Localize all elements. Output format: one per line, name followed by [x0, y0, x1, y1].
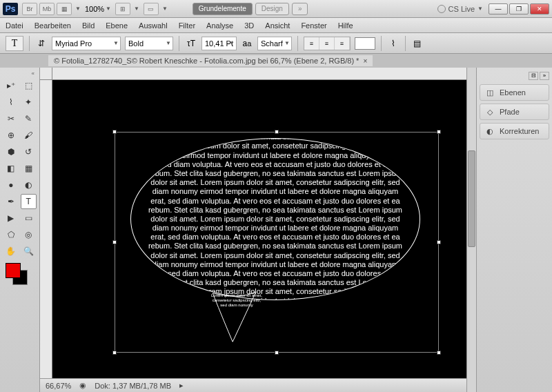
dodge-tool[interactable]: ◐ — [21, 177, 37, 193]
status-arrow-icon[interactable]: ▸ — [179, 381, 184, 390]
panel-ebenen[interactable]: ◫Ebenen — [480, 84, 549, 101]
current-tool-indicator[interactable]: T — [6, 36, 23, 51]
healing-tool[interactable]: ⊕ — [3, 128, 19, 143]
minimize-button[interactable]: — — [489, 3, 508, 14]
ruler-vertical[interactable] — [40, 80, 52, 378]
panel-pfade[interactable]: ◇Pfade — [480, 104, 549, 120]
handle-sw[interactable] — [112, 351, 117, 355]
crop-tool[interactable]: ✂ — [3, 111, 19, 126]
layers-icon: ◫ — [484, 88, 495, 97]
view-extras-dropdown[interactable]: ▦▼ — [57, 3, 81, 15]
zoom-level-dropdown[interactable]: 100%▼ — [85, 5, 111, 13]
workspace-grundelemente[interactable]: Grundelemente — [193, 3, 253, 15]
ruler-horizontal[interactable] — [40, 68, 476, 80]
move-tool[interactable]: ▸⁺ — [3, 78, 19, 93]
cslive-button[interactable]: CS Live▼ — [437, 5, 483, 13]
panel-expand-icon[interactable]: » — [540, 72, 549, 80]
hand-tool[interactable]: ✋ — [3, 244, 19, 259]
menu-fenster[interactable]: Fenster — [301, 21, 326, 30]
screenmode-dropdown[interactable]: ▭▼ — [144, 3, 168, 15]
zoom-tool[interactable]: 🔍 — [21, 244, 37, 259]
zoom-level-label: 100% — [85, 5, 104, 13]
workspace-design[interactable]: Design — [255, 3, 289, 15]
minibridge-button[interactable]: Mb — [39, 3, 55, 15]
antialias-dropdown[interactable]: Scharf▼ — [257, 37, 292, 50]
close-button[interactable]: ✕ — [530, 3, 549, 14]
menu-3d[interactable]: 3D — [244, 21, 254, 30]
bridge-button[interactable]: Br — [22, 3, 37, 15]
panels-dock: ⊟ » ◫Ebenen ◇Pfade ◐Korrekturen — [476, 68, 552, 392]
menu-ebene[interactable]: Ebene — [106, 21, 128, 30]
arrange-dropdown[interactable]: ⊞▼ — [115, 3, 139, 15]
gradient-tool[interactable]: ▦ — [21, 161, 37, 176]
brush-tool[interactable]: 🖌 — [21, 128, 37, 143]
handle-s[interactable] — [275, 351, 279, 355]
scrollbar-thumb[interactable] — [468, 150, 475, 247]
type-tool[interactable]: T — [21, 194, 37, 209]
options-bar: T ⇵ Myriad Pro▼ Bold▼ τT 10,41 Pt▼ aa Sc… — [0, 33, 552, 54]
lasso-tool[interactable]: ⌇ — [3, 95, 19, 110]
text-align-group: ≡ ≡ ≡ — [304, 37, 351, 50]
toolbox-collapse-icon[interactable]: « — [3, 70, 37, 77]
menu-auswahl[interactable]: Auswahl — [139, 21, 168, 30]
maximize-button[interactable]: ❐ — [509, 3, 529, 14]
eyedropper-tool[interactable]: ✎ — [21, 111, 37, 126]
menu-datei[interactable]: Datei — [6, 21, 23, 30]
history-brush-tool[interactable]: ↺ — [21, 144, 37, 159]
handle-ne[interactable] — [437, 130, 441, 134]
menu-bild[interactable]: Bild — [82, 21, 95, 30]
shape-tool[interactable]: ▭ — [21, 210, 37, 226]
pen-tool[interactable]: ✒ — [3, 194, 19, 209]
font-weight-dropdown[interactable]: Bold▼ — [125, 37, 173, 50]
blur-tool[interactable]: ● — [3, 177, 19, 193]
marquee-tool[interactable]: ⬚ — [21, 78, 37, 93]
document-tab[interactable]: © Fotolia_12782740_S© Robert Kneschke - … — [48, 55, 373, 66]
3d-camera-tool[interactable]: ◎ — [21, 227, 37, 242]
text-orientation-icon[interactable]: ⇵ — [35, 37, 48, 50]
menu-hilfe[interactable]: Hilfe — [338, 21, 353, 30]
menu-filter[interactable]: Filter — [179, 21, 195, 30]
speech-bubble-text[interactable]: Lorem ipsum dolor sit amet, consetetur s… — [130, 138, 420, 300]
paths-icon: ◇ — [484, 107, 495, 117]
workspace-more[interactable]: » — [292, 3, 308, 15]
menu-analyse[interactable]: Analyse — [206, 21, 233, 30]
handle-w[interactable] — [112, 240, 117, 244]
color-swatches[interactable] — [6, 263, 33, 291]
align-right-button[interactable]: ≡ — [335, 37, 350, 50]
canvas-area: Lorem ipsum dolor sit amet, consetetur s… — [40, 68, 476, 392]
panel-collapse-icon[interactable]: ⊟ — [529, 72, 538, 80]
close-tab-icon[interactable]: × — [363, 57, 367, 65]
font-size-input[interactable]: 10,41 Pt▼ — [201, 37, 237, 50]
warp-text-button[interactable]: ⌇ — [387, 37, 400, 50]
character-panel-button[interactable]: ▤ — [411, 37, 424, 50]
panel-korrekturen[interactable]: ◐Korrekturen — [480, 123, 549, 139]
document-tabs: © Fotolia_12782740_S© Robert Kneschke - … — [0, 54, 552, 68]
menu-bearbeiten[interactable]: Bearbeiten — [34, 21, 71, 30]
toolbox: « ▸⁺⬚ ⌇✦ ✂✎ ⊕🖌 ⬢↺ ◧▦ ●◐ ✒T ▶▭ ⬠◎ ✋🔍 — [0, 68, 40, 392]
3d-tool[interactable]: ⬠ — [3, 227, 19, 242]
canvas[interactable]: Lorem ipsum dolor sit amet, consetetur s… — [52, 80, 466, 378]
text-color-swatch[interactable] — [355, 37, 375, 50]
status-bar: 66,67% ◉ Dok: 1,37 MB/1,78 MB ▸ — [40, 378, 476, 392]
handle-se[interactable] — [437, 351, 441, 355]
status-doc-size[interactable]: Dok: 1,37 MB/1,78 MB — [95, 382, 171, 390]
foreground-color[interactable] — [6, 263, 21, 278]
align-center-button[interactable]: ≡ — [319, 37, 335, 50]
handle-n[interactable] — [275, 130, 279, 134]
handle-e[interactable] — [437, 240, 441, 244]
vertical-scrollbar[interactable] — [466, 68, 476, 392]
app-icon: Ps — [3, 3, 18, 15]
align-left-button[interactable]: ≡ — [304, 37, 319, 50]
antialias-icon: aa — [241, 37, 253, 50]
magic-wand-tool[interactable]: ✦ — [21, 95, 37, 110]
globe-icon — [437, 5, 446, 13]
handle-nw[interactable] — [112, 130, 117, 134]
font-family-dropdown[interactable]: Myriad Pro▼ — [52, 37, 121, 50]
menu-ansicht[interactable]: Ansicht — [265, 21, 290, 30]
eraser-tool[interactable]: ◧ — [3, 161, 19, 176]
status-zoom[interactable]: 66,67% — [46, 382, 71, 390]
menubar: Datei Bearbeiten Bild Ebene Auswahl Filt… — [0, 18, 552, 33]
stamp-tool[interactable]: ⬢ — [3, 144, 19, 159]
transform-bounds[interactable]: Lorem ipsum dolor sit amet, consetetur s… — [115, 132, 439, 353]
path-select-tool[interactable]: ▶ — [3, 210, 19, 226]
